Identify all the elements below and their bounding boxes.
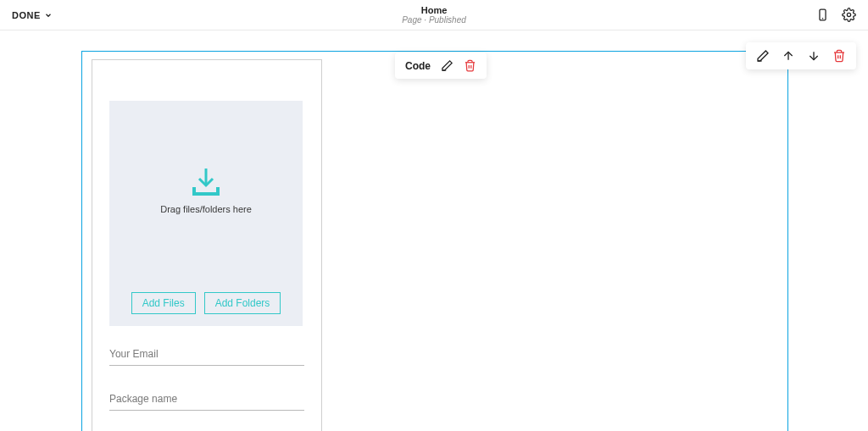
upload-form (92, 326, 321, 431)
add-files-button[interactable]: Add Files (131, 292, 196, 314)
block-toolbar (746, 42, 856, 69)
dropzone-actions: Add Files Add Folders (109, 292, 303, 314)
upload-panel: Drag files/folders here Add Files Add Fo… (92, 59, 322, 431)
dropzone[interactable]: Drag files/folders here Add Files Add Fo… (109, 101, 303, 326)
chevron-down-icon (44, 11, 53, 19)
delete-icon[interactable] (832, 49, 846, 63)
svg-point-2 (847, 13, 850, 16)
page-title: Home (402, 6, 466, 15)
email-input[interactable] (109, 343, 304, 366)
done-button[interactable]: DONE (12, 10, 53, 20)
code-toolbar: Code (395, 52, 487, 79)
edit-code-icon[interactable] (441, 59, 453, 72)
add-folders-button[interactable]: Add Folders (204, 292, 281, 314)
gear-icon[interactable] (842, 8, 856, 22)
edit-icon[interactable] (756, 49, 770, 63)
dropzone-prompt: Drag files/folders here (160, 204, 252, 214)
canvas: Code Drag files/folders here Add Files A… (0, 30, 868, 431)
move-up-icon[interactable] (782, 49, 795, 63)
page-subtitle: Page · Published (402, 16, 466, 25)
top-bar: DONE Home Page · Published (0, 0, 868, 30)
package-name-input[interactable] (109, 388, 304, 411)
code-label: Code (405, 60, 431, 72)
done-label: DONE (12, 10, 41, 20)
topbar-center: Home Page · Published (402, 6, 466, 25)
move-down-icon[interactable] (807, 49, 821, 63)
topbar-left: DONE (12, 10, 53, 20)
phone-icon[interactable] (815, 8, 830, 22)
download-icon (189, 167, 223, 197)
delete-code-icon[interactable] (464, 59, 476, 72)
topbar-right (815, 8, 856, 22)
